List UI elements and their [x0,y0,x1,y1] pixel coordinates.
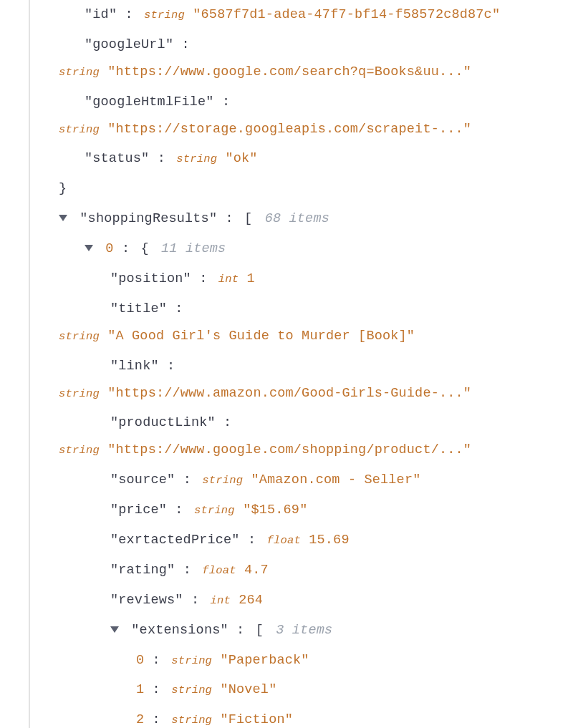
key-label: shoppingResults [88,211,209,226]
string-value: "Paperback" [220,653,309,668]
field-link-value: string "https://www.amazon.com/Good-Girl… [59,382,573,409]
key-label: title [118,301,158,316]
key-label: id [92,7,109,22]
key-label: extensions [140,623,221,638]
string-value: "6587f7d1-adea-47f7-bf14-f58572c8d87c" [193,7,500,22]
string-value: "https://www.google.com/search?q=Books&u… [107,64,471,79]
type-label: string [202,474,243,487]
items-count: 3 items [276,623,332,638]
key-label: price [118,503,158,518]
type-label: string [59,123,100,136]
key-label: googleUrl [92,37,165,52]
array-index: 0 [105,241,113,256]
type-label: string [171,684,212,697]
field-source: "source" : string "Amazon.com - Seller" [59,465,573,495]
items-count: 11 items [161,241,226,256]
type-label: int [218,273,239,286]
type-label: string [59,387,100,400]
type-label: float [202,564,236,577]
key-label: link [118,359,150,374]
type-label: string [59,444,100,457]
string-value: "ok" [225,151,257,166]
float-value: 4.7 [244,563,269,578]
string-value: "https://www.google.com/shopping/product… [107,442,471,457]
field-title-value: string "A Good Girl's Guide to Murder [B… [59,324,573,351]
type-label: string [171,714,212,727]
string-value: "https://storage.googleapis.com/scrapeit… [107,122,471,137]
type-label: float [267,534,301,547]
brace-close: } [59,174,573,204]
array-index: 2 [136,712,144,727]
key-label: source [118,472,167,487]
json-tree-viewer: "id" : string "6587f7d1-adea-47f7-bf14-f… [29,0,573,728]
int-value: 264 [239,593,263,608]
field-title: "title" : [59,294,573,324]
string-value: "https://www.amazon.com/Good-Girls-Guide… [107,386,471,401]
field-googleUrl: "googleUrl" : [59,30,573,60]
string-value: "$15.69" [243,503,307,518]
caret-down-icon[interactable] [110,626,119,633]
caret-down-icon[interactable] [85,245,93,251]
field-extensions[interactable]: "extensions" : [ 3 items [59,616,573,646]
string-value: "Amazon.com - Seller" [251,472,420,487]
string-value: "Fiction" [220,712,293,727]
field-productLink: "productLink" : [59,408,573,438]
array-item-0[interactable]: 0 : { 11 items [59,234,573,264]
key-label: reviews [118,593,175,608]
array-index: 1 [136,682,144,697]
field-googleUrl-value: string "https://www.google.com/search?q=… [59,60,573,87]
array-index: 0 [136,653,144,668]
type-label: string [59,330,100,343]
items-count: 68 items [265,211,329,226]
type-label: string [144,9,185,21]
key-label: status [92,151,141,166]
type-label: string [176,152,217,165]
type-label: int [211,594,231,607]
field-position: "position" : int 1 [59,264,573,294]
field-extractedPrice: "exrtactedPrice" : float 15.69 [59,525,573,555]
key-label: googleHtmlFile [92,94,206,110]
field-shoppingResults[interactable]: "shoppingResults" : [ 68 items [59,204,573,234]
key-label: productLink [118,415,207,430]
field-productLink-value: string "https://www.google.com/shopping/… [59,438,573,465]
string-value: "Novel" [220,682,276,697]
type-label: string [59,66,100,79]
field-status: "status" : string "ok" [59,144,573,174]
type-label: string [194,504,235,517]
string-value: "A Good Girl's Guide to Murder [Book]" [107,329,415,344]
int-value: 1 [247,271,255,286]
field-googleHtmlFile-value: string "https://storage.googleapis.com/s… [59,117,573,145]
type-label: string [171,654,212,667]
key-label: position [118,271,183,286]
field-link: "link" : [59,351,573,382]
field-id: "id" : string "6587f7d1-adea-47f7-bf14-f… [59,0,573,30]
field-rating: "rating" : float 4.7 [59,555,573,586]
extensions-item-0: 0 : string "Paperback" [59,646,573,676]
extensions-item-1: 1 : string "Novel" [59,675,573,705]
field-googleHtmlFile: "googleHtmlFile" : [59,87,573,117]
field-price: "price" : string "$15.69" [59,495,573,525]
extensions-item-2: 2 : string "Fiction" [59,705,573,728]
float-value: 15.69 [309,533,349,548]
field-reviews: "reviews" : int 264 [59,586,573,616]
caret-down-icon[interactable] [59,215,67,221]
key-label: exrtactedPrice [118,533,231,548]
key-label: rating [118,563,167,578]
